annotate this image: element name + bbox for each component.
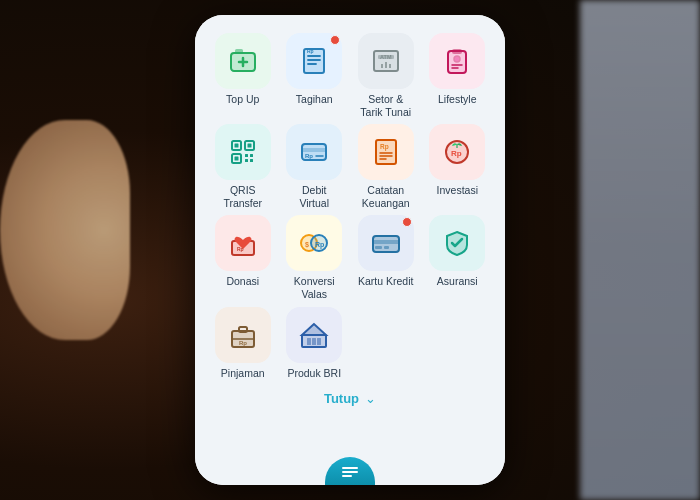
produk-icon (298, 319, 330, 351)
asuransi-icon (441, 227, 473, 259)
lifestyle-icon-bg (429, 33, 485, 89)
catatan-icon-bg: Rp (358, 124, 414, 180)
grid-item-qris[interactable]: QRIS Transfer (209, 124, 277, 209)
svg-text:Rp: Rp (305, 153, 313, 159)
svg-text:Rp: Rp (315, 241, 324, 249)
debit-icon-bg: Rp (286, 124, 342, 180)
kartu-icon (370, 227, 402, 259)
grid-item-tagihan[interactable]: Rp Tagihan (281, 33, 349, 118)
svg-rect-27 (247, 144, 251, 148)
pinjaman-icon-wrap: Rp (215, 307, 271, 363)
grid-item-donasi[interactable]: Rp Donasi (209, 215, 277, 300)
konversi-icon-wrap: $ Rp (286, 215, 342, 271)
phone-wrapper: Top Up Rp (0, 0, 700, 500)
svg-rect-4 (235, 49, 243, 54)
svg-rect-36 (302, 148, 326, 152)
donasi-icon: Rp (227, 227, 259, 259)
hand-left (0, 120, 130, 340)
chevron-up-icon: ⌄ (365, 391, 376, 406)
grid-item-pinjaman[interactable]: Rp Pinjaman (209, 307, 277, 380)
grid-item-lifestyle[interactable]: Lifestyle (424, 33, 492, 118)
catatan-label: Catatan Keuangan (362, 184, 410, 209)
top-up-icon-wrap (215, 33, 271, 89)
kartu-label: Kartu Kredit (358, 275, 413, 288)
asuransi-label: Asuransi (437, 275, 478, 288)
grid-item-konversi[interactable]: $ Rp Konversi Valas (281, 215, 349, 300)
svg-rect-32 (245, 159, 248, 162)
pinjaman-icon: Rp (227, 319, 259, 351)
svg-rect-60 (373, 240, 399, 244)
svg-rect-25 (234, 144, 238, 148)
svg-rect-72 (307, 338, 311, 345)
screen-content: Top Up Rp (195, 15, 505, 485)
produk-icon-wrap (286, 307, 342, 363)
pinjaman-icon-bg: Rp (215, 307, 271, 363)
donasi-icon-wrap: Rp (215, 215, 271, 271)
svg-rect-29 (234, 157, 238, 161)
svg-point-21 (454, 56, 460, 62)
produk-label: Produk BRI (287, 367, 341, 380)
pinjaman-label: Pinjaman (221, 367, 265, 380)
grid-item-top-up[interactable]: Top Up (209, 33, 277, 118)
grid-item-setor[interactable]: ATM Setor & Tarik Tunai (352, 33, 420, 118)
svg-text:$: $ (305, 241, 309, 249)
qris-icon-wrap (215, 124, 271, 180)
investasi-icon-bg: Rp (429, 124, 485, 180)
produk-icon-bg (286, 307, 342, 363)
qris-icon (227, 136, 259, 168)
tutup-bar[interactable]: Tutup ⌄ (324, 391, 376, 406)
debit-icon: Rp (298, 136, 330, 168)
svg-rect-30 (245, 154, 248, 157)
konversi-label: Konversi Valas (294, 275, 335, 300)
svg-text:Rp: Rp (239, 340, 247, 346)
svg-rect-73 (317, 338, 321, 345)
menu-grid: Top Up Rp (205, 33, 495, 379)
setor-icon: ATM (370, 45, 402, 77)
bg-right-blur (580, 0, 700, 500)
svg-text:Rp: Rp (237, 246, 244, 252)
grid-item-catatan[interactable]: Rp Catatan Keuangan (352, 124, 420, 209)
catatan-icon: Rp (370, 136, 402, 168)
qris-label: QRIS Transfer (223, 184, 262, 209)
svg-marker-70 (302, 324, 326, 335)
grid-item-debit[interactable]: Rp Debit Virtual (281, 124, 349, 209)
grid-item-asuransi[interactable]: Asuransi (424, 215, 492, 300)
top-up-icon (227, 45, 259, 77)
svg-text:Rp: Rp (307, 48, 314, 54)
grid-item-produk[interactable]: Produk BRI (281, 307, 349, 380)
lifestyle-icon-wrap (429, 33, 485, 89)
svg-rect-20 (452, 49, 462, 54)
setor-label: Setor & Tarik Tunai (360, 93, 411, 118)
top-up-label: Top Up (226, 93, 259, 106)
donasi-label: Donasi (226, 275, 259, 288)
svg-text:ATM: ATM (380, 54, 392, 60)
tagihan-label: Tagihan (296, 93, 333, 106)
investasi-icon: Rp (441, 136, 473, 168)
qris-icon-bg (215, 124, 271, 180)
svg-rect-74 (312, 338, 316, 345)
setor-icon-wrap: ATM (358, 33, 414, 89)
investasi-icon-wrap: Rp (429, 124, 485, 180)
bottom-circle-icon (340, 464, 360, 478)
lifestyle-label: Lifestyle (438, 93, 477, 106)
grid-item-investasi[interactable]: Rp Investasi (424, 124, 492, 209)
svg-text:Rp: Rp (451, 149, 462, 158)
setor-icon-bg: ATM (358, 33, 414, 89)
tutup-text: Tutup (324, 391, 359, 406)
top-up-icon-bg (215, 33, 271, 89)
investasi-label: Investasi (437, 184, 478, 197)
konversi-icon: $ Rp (298, 227, 330, 259)
catatan-icon-wrap: Rp (358, 124, 414, 180)
svg-rect-62 (384, 246, 389, 249)
phone-screen: Top Up Rp (195, 15, 505, 485)
tagihan-icon-wrap: Rp (286, 33, 342, 89)
svg-rect-31 (250, 154, 253, 157)
konversi-icon-bg: $ Rp (286, 215, 342, 271)
grid-item-kartu[interactable]: Kartu Kredit (352, 215, 420, 300)
debit-label: Debit Virtual (299, 184, 329, 209)
svg-text:Rp: Rp (380, 143, 389, 151)
svg-rect-61 (375, 246, 382, 249)
asuransi-icon-wrap (429, 215, 485, 271)
lifestyle-icon (441, 45, 473, 77)
svg-rect-33 (250, 159, 253, 162)
